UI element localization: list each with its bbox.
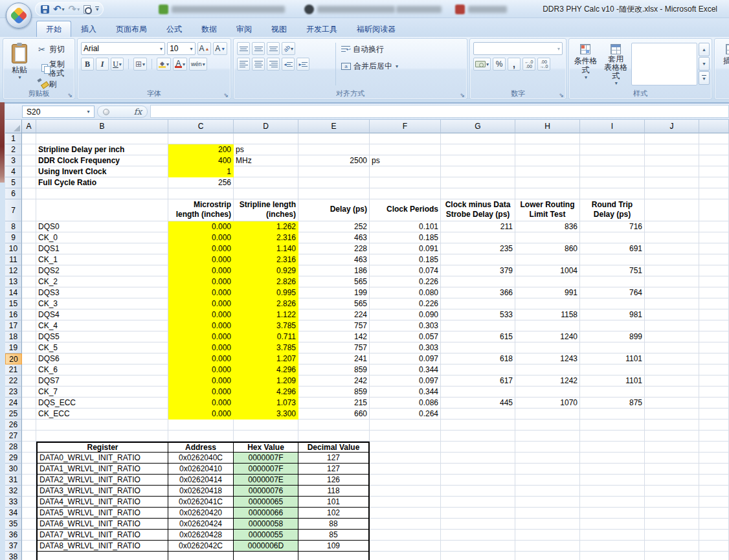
cell-C32[interactable]: 0x02620418 [168,486,234,497]
row-header-5[interactable]: 5 [5,177,22,188]
cell-A15[interactable] [22,298,36,309]
cell-F9[interactable]: 0.185 [370,232,441,243]
cell-F4[interactable] [370,166,441,177]
cell-K2[interactable] [699,144,729,155]
cell-K28[interactable] [699,442,729,453]
cell-K1[interactable] [699,133,729,144]
cell-F10[interactable]: 0.091 [370,243,441,254]
cell-I27[interactable] [580,431,645,442]
column-header-F[interactable]: F [370,120,441,133]
increase-decimal-button[interactable]: ←.0.00 [522,58,535,71]
cell-J31[interactable] [645,475,699,486]
cell-F21[interactable]: 0.344 [370,364,441,375]
cell-F29[interactable] [370,453,441,464]
cell-G23[interactable] [441,386,515,398]
cell-F7[interactable]: Clock Periods [370,199,441,221]
cell-D11[interactable]: 2.316 [234,254,298,265]
cell-C33[interactable]: 0x0262041C [168,497,234,508]
gallery-scroll-up-icon[interactable]: ▲ [699,43,710,56]
cell-D27[interactable] [234,431,298,442]
cell-C15[interactable]: 0.000 [168,298,234,309]
cell-I14[interactable]: 764 [580,287,645,298]
cell-H26[interactable] [515,420,580,431]
cell-G10[interactable]: 235 [441,243,515,254]
cell-J32[interactable] [645,486,699,497]
cell-K19[interactable] [699,342,729,353]
cell-K32[interactable] [699,486,729,497]
cell-J9[interactable] [645,232,699,243]
cell-K21[interactable] [699,364,729,375]
cell-H28[interactable] [515,442,580,453]
cell-A11[interactable] [22,254,36,265]
cell-H24[interactable]: 1070 [515,398,580,409]
cell-A12[interactable] [22,265,36,276]
cell-D30[interactable]: 0000007F [234,464,298,475]
row-header-11[interactable]: 11 [5,254,22,265]
cell-I36[interactable] [580,530,645,541]
column-header-I[interactable]: I [580,120,645,133]
cell-B20[interactable]: DQS6 [36,353,168,364]
cell-B35[interactable]: DATA6_WRLVL_INIT_RATIO [36,519,168,530]
undo-button[interactable]: ↶ [52,3,66,15]
cell-J29[interactable] [645,453,699,464]
cell-B24[interactable]: DQS_ECC [36,398,168,409]
cell-J20[interactable] [645,353,699,364]
cell-I34[interactable] [580,508,645,519]
cell-C21[interactable]: 0.000 [168,364,234,375]
row-header-16[interactable]: 16 [5,309,22,320]
italic-button[interactable]: I [96,58,109,71]
cell-E31[interactable]: 126 [298,475,370,486]
cell-C27[interactable] [168,431,234,442]
cell-G17[interactable] [441,320,515,331]
cell-G33[interactable] [441,497,515,508]
row-header-17[interactable]: 17 [5,320,22,331]
align-right-button[interactable] [267,58,280,71]
cell-A4[interactable] [22,166,36,177]
cell-A7[interactable] [22,199,36,221]
cell-J10[interactable] [645,243,699,254]
cell-G13[interactable] [441,276,515,287]
cell-B21[interactable]: CK_6 [36,364,168,375]
cell-C23[interactable]: 0.000 [168,386,234,398]
cell-E10[interactable]: 228 [298,243,370,254]
cell-C3[interactable]: 400 [168,155,234,166]
row-header-7[interactable]: 7 [5,199,22,221]
cell-J15[interactable] [645,298,699,309]
cell-J30[interactable] [645,464,699,475]
accounting-format-button[interactable] [473,58,491,71]
cell-I8[interactable]: 716 [580,221,645,232]
cell-A33[interactable] [22,497,36,508]
cell-D12[interactable]: 0.929 [234,265,298,276]
column-header-J[interactable]: J [645,120,699,133]
cell-K36[interactable] [699,530,729,541]
cell-F5[interactable] [370,177,441,188]
cell-J36[interactable] [645,530,699,541]
cell-D36[interactable]: 00000055 [234,530,298,541]
customize-qat-icon[interactable] [95,6,99,12]
font-color-button[interactable]: A [173,58,187,71]
cell-I38[interactable] [580,552,645,560]
orientation-button[interactable]: ab [282,42,295,55]
cell-J14[interactable] [645,287,699,298]
row-header-27[interactable]: 27 [5,431,22,442]
increase-indent-button[interactable]: ▸ [297,58,309,71]
cell-J7[interactable] [645,199,699,221]
cell-G35[interactable] [441,519,515,530]
row-header-34[interactable]: 34 [5,508,22,519]
row-header-37[interactable]: 37 [5,541,22,552]
cell-F36[interactable] [370,530,441,541]
cell-A32[interactable] [22,486,36,497]
cell-F2[interactable] [370,144,441,155]
cell-H8[interactable]: 836 [515,221,580,232]
cell-K4[interactable] [699,166,729,177]
cell-E30[interactable]: 127 [298,464,370,475]
cell-E38[interactable] [298,552,370,560]
font-dialog-launcher-icon[interactable]: ⇘ [223,92,229,98]
cell-C16[interactable]: 0.000 [168,309,234,320]
cell-A19[interactable] [22,342,36,353]
cell-H37[interactable] [515,541,580,552]
cell-C1[interactable] [168,133,234,144]
row-header-36[interactable]: 36 [5,530,22,541]
cell-D19[interactable]: 3.785 [234,342,298,353]
cell-A34[interactable] [22,508,36,519]
